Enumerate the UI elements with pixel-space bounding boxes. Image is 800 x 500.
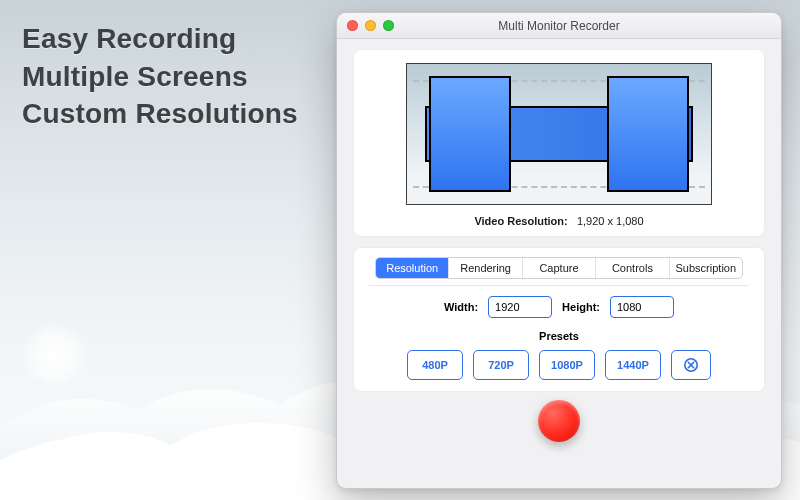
tab-capture[interactable]: Capture: [523, 258, 596, 278]
width-input[interactable]: [488, 296, 552, 318]
promo-stage: Easy Recording Multiple Screens Custom R…: [0, 0, 800, 500]
titlebar: Multi Monitor Recorder: [337, 13, 781, 39]
tab-controls[interactable]: Controls: [596, 258, 669, 278]
window-body: Video Resolution: 1,920 x 1,080 Resoluti…: [337, 39, 781, 450]
monitor-right[interactable]: [607, 76, 689, 192]
preset-720p[interactable]: 720P: [473, 350, 529, 380]
preset-1080p[interactable]: 1080P: [539, 350, 595, 380]
svg-point-1: [170, 423, 350, 487]
preset-clear-button[interactable]: [671, 350, 711, 380]
traffic-lights: [347, 20, 394, 31]
tab-subscription[interactable]: Subscription: [670, 258, 742, 278]
settings-tabs: Resolution Rendering Capture Controls Su…: [375, 257, 743, 279]
sun-glow: [20, 320, 90, 390]
video-resolution-value: 1,920 x 1,080: [577, 215, 644, 227]
divider: [369, 285, 749, 286]
height-input[interactable]: [610, 296, 674, 318]
headline: Easy Recording Multiple Screens Custom R…: [22, 20, 298, 133]
monitor-left[interactable]: [429, 76, 511, 192]
controls-card: Resolution Rendering Capture Controls Su…: [353, 247, 765, 392]
dimension-inputs: Width: Height:: [353, 296, 765, 318]
video-resolution-line: Video Resolution: 1,920 x 1,080: [367, 215, 751, 227]
window-title: Multi Monitor Recorder: [337, 19, 781, 33]
tab-rendering[interactable]: Rendering: [449, 258, 522, 278]
svg-point-0: [40, 432, 180, 488]
preset-480p[interactable]: 480P: [407, 350, 463, 380]
presets-row: 480P 720P 1080P 1440P: [353, 350, 765, 380]
tab-resolution[interactable]: Resolution: [376, 258, 449, 278]
headline-line-1: Easy Recording: [22, 20, 298, 58]
video-resolution-label: Video Resolution:: [474, 215, 567, 227]
minimize-icon[interactable]: [365, 20, 376, 31]
clear-icon: [683, 357, 699, 373]
preset-1440p[interactable]: 1440P: [605, 350, 661, 380]
presets-title: Presets: [353, 330, 765, 342]
preview-card: Video Resolution: 1,920 x 1,080: [353, 49, 765, 237]
width-label: Width:: [444, 301, 478, 313]
close-icon[interactable]: [347, 20, 358, 31]
zoom-icon[interactable]: [383, 20, 394, 31]
record-button[interactable]: [538, 400, 580, 442]
height-label: Height:: [562, 301, 600, 313]
record-row: [353, 400, 765, 442]
headline-line-3: Custom Resolutions: [22, 95, 298, 133]
app-window: Multi Monitor Recorder Video Resolution:…: [336, 12, 782, 489]
headline-line-2: Multiple Screens: [22, 58, 298, 96]
monitor-layout-preview[interactable]: [406, 63, 712, 205]
